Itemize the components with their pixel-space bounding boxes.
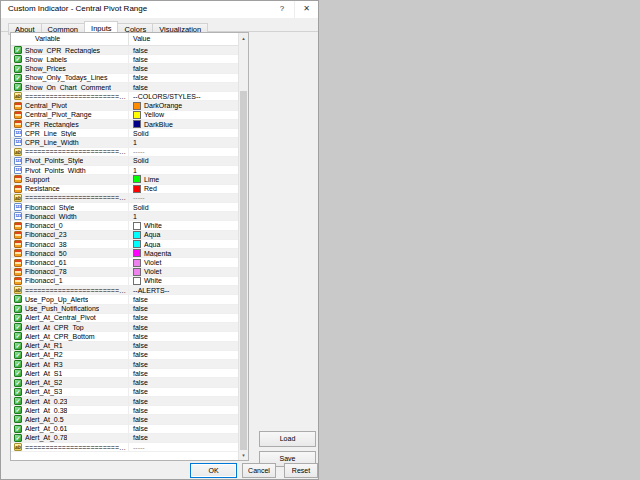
scroll-down-icon[interactable]: ▾ [239, 450, 248, 460]
value-cell: ----- [129, 148, 238, 156]
load-button[interactable]: Load [259, 431, 316, 447]
table-row[interactable]: ab==================================----… [11, 148, 238, 157]
value-text: false [133, 332, 148, 340]
variable-cell: ✓Alert_At_Central_Pivot [11, 314, 129, 322]
close-button[interactable]: ✕ [294, 1, 318, 18]
table-row[interactable]: ✓Alert_At_0.38false [11, 406, 238, 415]
table-row[interactable]: ✓Alert_At_R3false [11, 360, 238, 369]
table-row[interactable]: ✓Alert_At_0.78false [11, 434, 238, 443]
color-icon [14, 120, 22, 128]
integer-icon: 123 [14, 203, 22, 211]
table-row[interactable]: 123CPR_Line_StyleSolid [11, 129, 238, 138]
reset-button[interactable]: Reset [284, 463, 318, 478]
variable-name: Fibonacci_78 [25, 268, 67, 276]
variable-name: Alert_At_Central_Pivot [25, 314, 96, 322]
variable-cell: ✓Show_On_Chart_Comment [11, 83, 129, 91]
column-header-variable: Variable [11, 33, 129, 45]
table-row[interactable]: ab==================================--AL… [11, 286, 238, 295]
color-icon [14, 277, 22, 285]
table-row[interactable]: ✓Alert_At_0.23false [11, 397, 238, 406]
table-row[interactable]: 123Fibonacci_Width1 [11, 212, 238, 221]
variable-name: Central_Pivot [25, 101, 67, 109]
boolean-icon: ✓ [14, 415, 22, 423]
window-title: Custom Indicator - Central Pivot Range [1, 1, 270, 18]
variable-name: Fibonacci_Width [25, 212, 77, 220]
integer-icon: 123 [14, 129, 22, 137]
table-row[interactable]: ✓Show_Only_Todays_Linesfalse [11, 74, 238, 83]
variable-name: ================================== [25, 148, 128, 156]
table-row[interactable]: ✓Use_Pop_Up_Alertsfalse [11, 295, 238, 304]
variable-cell: 123Pivot_Points_Style [11, 157, 129, 165]
value-text: false [133, 360, 148, 368]
table-row[interactable]: Fibonacci_78Violet [11, 268, 238, 277]
table-row[interactable]: ✓Alert_At_0.5false [11, 415, 238, 424]
table-row[interactable]: Fibonacci_0White [11, 221, 238, 230]
table-row[interactable]: Central_Pivot_RangeYellow [11, 111, 238, 120]
value-cell: ----- [129, 443, 238, 451]
table-row[interactable]: ✓Show_Pricesfalse [11, 64, 238, 73]
cancel-button[interactable]: Cancel [242, 463, 276, 478]
color-icon [14, 175, 22, 183]
table-row[interactable]: Fibonacci_1White [11, 277, 238, 286]
value-text: false [133, 425, 148, 433]
variable-cell: Fibonacci_1 [11, 277, 129, 285]
table-row[interactable]: ✓Alert_At_S2false [11, 378, 238, 387]
value-cell: Aqua [129, 231, 238, 239]
table-row[interactable]: ✓Alert_At_R1false [11, 342, 238, 351]
boolean-icon: ✓ [14, 397, 22, 405]
table-row[interactable]: Fibonacci_61Violet [11, 258, 238, 267]
value-cell: false [129, 378, 238, 386]
table-row[interactable]: SupportLime [11, 175, 238, 184]
table-row[interactable]: ✓Alert_At_CPR_Topfalse [11, 323, 238, 332]
table-row[interactable]: ✓Show_Labelsfalse [11, 55, 238, 64]
color-swatch [133, 111, 141, 119]
boolean-icon: ✓ [14, 434, 22, 442]
table-row[interactable]: 123CPR_Line_Width1 [11, 138, 238, 147]
scroll-up-icon[interactable]: ▴ [239, 33, 248, 43]
ok-button[interactable]: OK [190, 463, 237, 478]
variable-cell: ✓Alert_At_CPR_Top [11, 323, 129, 331]
value-text: false [133, 323, 148, 331]
table-row[interactable]: ab==================================--CO… [11, 92, 238, 101]
table-row[interactable]: Central_PivotDarkOrange [11, 101, 238, 110]
boolean-icon: ✓ [14, 323, 22, 331]
value-text: false [133, 397, 148, 405]
table-row[interactable]: 123Pivot_Points_StyleSolid [11, 157, 238, 166]
table-row[interactable]: ✓Alert_At_S1false [11, 369, 238, 378]
table-row[interactable]: ab==================================----… [11, 194, 238, 203]
boolean-icon: ✓ [14, 369, 22, 377]
table-row[interactable]: 123Fibonacci_StyleSolid [11, 203, 238, 212]
table-row[interactable]: ✓Use_Push_Notificationsfalse [11, 305, 238, 314]
table-row[interactable]: Fibonacci_50Magenta [11, 249, 238, 258]
table-row[interactable]: ✓Show_On_Chart_Commentfalse [11, 83, 238, 92]
value-text: false [133, 388, 148, 396]
table-row[interactable]: CPR_RectanglesDarkBlue [11, 120, 238, 129]
variable-cell: Fibonacci_61 [11, 258, 129, 266]
vertical-scrollbar[interactable]: ▴ ▾ [238, 33, 248, 460]
table-row[interactable]: ab==================================----… [11, 443, 238, 452]
value-cell: Solid [129, 203, 238, 211]
table-row[interactable]: ResistanceRed [11, 185, 238, 194]
variable-cell: Resistance [11, 185, 129, 193]
table-row[interactable]: ✓Alert_At_R2false [11, 351, 238, 360]
table-row[interactable]: Fibonacci_23Aqua [11, 231, 238, 240]
variable-cell: Fibonacci_50 [11, 249, 129, 257]
value-text: White [144, 277, 162, 285]
table-row[interactable]: 123Pivot_Points_Width1 [11, 166, 238, 175]
titlebar: Custom Indicator - Central Pivot Range ?… [1, 1, 318, 18]
variable-name: Pivot_Points_Style [25, 157, 83, 165]
table-row[interactable]: ✓Alert_At_CPR_Bottomfalse [11, 332, 238, 341]
value-cell: false [129, 351, 238, 359]
help-button[interactable]: ? [270, 1, 294, 18]
table-row[interactable]: ✓Alert_At_0.61false [11, 425, 238, 434]
table-row[interactable]: ✓Show_CPR_Rectanglesfalse [11, 46, 238, 55]
variable-cell: 123Pivot_Points_Width [11, 166, 129, 174]
variable-name: Alert_At_0.23 [25, 397, 67, 405]
table-row[interactable]: ✓Alert_At_S3false [11, 388, 238, 397]
table-row[interactable]: ✓Alert_At_Central_Pivotfalse [11, 314, 238, 323]
table-row[interactable]: Fibonacci_38Aqua [11, 240, 238, 249]
color-icon [14, 240, 22, 248]
scrollbar-thumb[interactable] [240, 91, 247, 450]
value-cell: false [129, 397, 238, 405]
rows-container: ✓Show_CPR_Rectanglesfalse✓Show_Labelsfal… [11, 46, 238, 460]
